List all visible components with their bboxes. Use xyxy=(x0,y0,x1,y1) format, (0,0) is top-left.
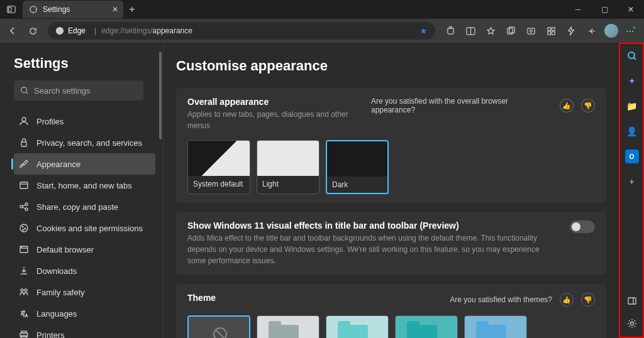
svg-point-26 xyxy=(25,228,26,229)
search-settings-input[interactable]: Search settings xyxy=(14,80,143,101)
sidebar-scrollbar[interactable] xyxy=(159,52,162,139)
browser-essentials-icon[interactable] xyxy=(522,22,540,40)
sidebar-item-download[interactable]: Downloads xyxy=(14,260,155,281)
sidebar-item-language[interactable]: Languages xyxy=(14,303,155,324)
svg-point-23 xyxy=(25,208,28,210)
thumbs-down-icon[interactable]: 👎 xyxy=(581,99,595,112)
outlook-icon[interactable]: O xyxy=(625,150,639,163)
svg-point-24 xyxy=(20,224,28,232)
profile-icon xyxy=(19,116,29,126)
svg-rect-10 xyxy=(527,28,534,33)
close-tab-icon[interactable]: ✕ xyxy=(112,5,118,14)
right-sidebar: ✦ 📁 👤 O + xyxy=(619,43,644,338)
maximize-button[interactable]: ▢ xyxy=(591,0,618,19)
sidebar-item-brush[interactable]: Appearance xyxy=(14,153,155,175)
profile-avatar[interactable] xyxy=(602,22,620,40)
sidebar-item-lock[interactable]: Privacy, search, and services xyxy=(14,132,155,153)
browser-tab[interactable]: Settings ✕ xyxy=(23,1,123,18)
settings-sidebar: Settings Search settings ProfilesPrivacy… xyxy=(0,43,164,338)
back-button[interactable] xyxy=(4,22,21,40)
appearance-option-system-default[interactable]: System default xyxy=(187,140,250,194)
sidebar-item-tab[interactable]: Start, home, and new tabs xyxy=(14,175,155,196)
refresh-button[interactable] xyxy=(24,22,42,40)
theme-option-icy-mint[interactable]: Icy mint xyxy=(326,315,389,338)
sidebar-settings-icon[interactable] xyxy=(625,317,639,330)
new-tab-button[interactable]: + xyxy=(123,4,141,15)
toolbar: Edge | edge://settings/appearance ★ ⋯● xyxy=(0,19,644,43)
split-screen-icon[interactable] xyxy=(462,22,479,40)
close-window-button[interactable]: ✕ xyxy=(618,0,644,19)
performance-icon[interactable] xyxy=(562,22,580,40)
add-sidebar-icon[interactable]: + xyxy=(625,175,639,188)
sidebar-item-browser[interactable]: Default browser xyxy=(14,239,155,260)
thumbs-up-icon[interactable]: 👍 xyxy=(560,293,574,307)
thumbs-down-icon[interactable]: 👎 xyxy=(581,293,595,307)
appearance-option-light[interactable]: Light xyxy=(257,140,319,194)
svg-point-32 xyxy=(25,289,27,292)
svg-rect-19 xyxy=(20,182,28,188)
share-icon[interactable] xyxy=(582,22,600,40)
theme-option-island-getaway[interactable]: Island getaway xyxy=(395,315,458,338)
copilot-icon[interactable]: ✦ xyxy=(625,74,639,88)
appearance-option-dark[interactable]: Dark xyxy=(326,140,389,194)
svg-point-30 xyxy=(21,247,22,248)
theme-option-cool-breeze[interactable]: Cool breeze xyxy=(464,315,527,338)
favorites-icon[interactable] xyxy=(482,22,499,40)
theme-card: Theme Are you satisfied with themes? 👍 👎… xyxy=(176,284,606,338)
collections-icon[interactable] xyxy=(502,22,519,40)
search-sidebar-icon[interactable] xyxy=(625,49,639,63)
svg-point-3 xyxy=(56,27,64,35)
svg-rect-1 xyxy=(9,8,11,12)
theme-option-default[interactable]: Default xyxy=(187,315,250,338)
tab-icon xyxy=(19,180,29,190)
svg-line-41 xyxy=(216,330,224,338)
skype-icon[interactable]: 👤 xyxy=(625,124,639,138)
titlebar: Settings ✕ + ─ ▢ ✕ xyxy=(0,0,644,19)
svg-point-22 xyxy=(25,203,28,205)
minimize-button[interactable]: ─ xyxy=(565,0,591,19)
sidebar-item-cookie[interactable]: Cookies and site permissions xyxy=(14,217,155,239)
sidebar-item-printer[interactable]: Printers xyxy=(14,324,155,338)
hide-sidebar-icon[interactable] xyxy=(625,294,639,308)
main-content: Customise appearance Overall appearance … xyxy=(164,43,619,338)
favorite-star-icon[interactable]: ★ xyxy=(419,26,428,36)
language-icon xyxy=(19,308,29,319)
shopping-icon[interactable]: 📁 xyxy=(625,99,639,113)
svg-rect-13 xyxy=(552,27,555,30)
sidebar-item-share[interactable]: Share, copy and paste xyxy=(14,196,155,217)
svg-rect-12 xyxy=(547,27,550,30)
sidebar-item-family[interactable]: Family safety xyxy=(14,281,155,303)
brush-icon xyxy=(19,159,29,169)
thumbs-up-icon[interactable]: 👍 xyxy=(560,99,574,112)
download-icon xyxy=(19,266,29,276)
svg-point-27 xyxy=(23,229,24,231)
mica-toggle[interactable] xyxy=(570,221,595,233)
svg-point-45 xyxy=(630,322,633,325)
mica-effect-card: Show Windows 11 visual effects in title … xyxy=(176,212,606,275)
tab-actions-icon[interactable] xyxy=(4,5,19,14)
svg-point-16 xyxy=(21,87,27,93)
theme-option-morning-fog[interactable]: Morning fog xyxy=(257,315,319,338)
svg-rect-43 xyxy=(628,298,636,304)
page-title: Customise appearance xyxy=(176,58,606,74)
svg-rect-5 xyxy=(449,26,452,28)
sidebar-item-profile[interactable]: Profiles xyxy=(14,111,155,132)
tab-title: Settings xyxy=(43,5,70,14)
svg-point-11 xyxy=(530,30,532,32)
printer-icon xyxy=(19,330,29,338)
svg-point-17 xyxy=(22,117,26,121)
svg-point-31 xyxy=(21,289,23,292)
svg-point-40 xyxy=(214,328,226,338)
apps-icon[interactable] xyxy=(542,22,560,40)
family-icon xyxy=(19,287,29,297)
svg-rect-15 xyxy=(552,31,555,35)
address-bar[interactable]: Edge | edge://settings/appearance ★ xyxy=(48,22,435,40)
svg-rect-14 xyxy=(547,31,550,35)
svg-rect-18 xyxy=(21,142,26,146)
share-icon xyxy=(19,202,29,212)
lock-icon xyxy=(19,138,29,148)
cookie-icon xyxy=(19,223,29,233)
svg-point-25 xyxy=(22,226,23,227)
menu-icon[interactable]: ⋯● xyxy=(623,22,640,40)
extensions-icon[interactable] xyxy=(441,22,459,40)
